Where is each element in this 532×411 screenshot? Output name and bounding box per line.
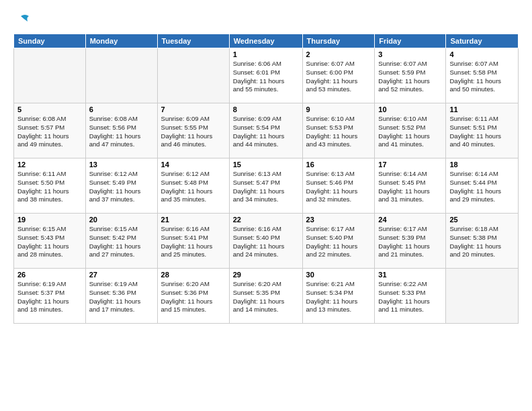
calendar-week-row: 12Sunrise: 6:11 AM Sunset: 5:50 PM Dayli… <box>14 158 519 214</box>
cell-info-text: Sunrise: 6:14 AM Sunset: 5:45 PM Dayligh… <box>378 170 442 204</box>
cell-day-number: 28 <box>161 271 226 279</box>
calendar-cell: 2Sunrise: 6:07 AM Sunset: 6:00 PM Daylig… <box>302 48 375 103</box>
cell-info-text: Sunrise: 6:20 AM Sunset: 5:36 PM Dayligh… <box>161 280 226 314</box>
weekday-header-thursday: Thursday <box>302 34 375 48</box>
calendar-cell: 24Sunrise: 6:17 AM Sunset: 5:39 PM Dayli… <box>375 214 446 269</box>
calendar-cell: 28Sunrise: 6:20 AM Sunset: 5:36 PM Dayli… <box>157 269 229 324</box>
cell-info-text: Sunrise: 6:12 AM Sunset: 5:49 PM Dayligh… <box>89 170 154 204</box>
logo <box>13 12 30 27</box>
calendar-cell <box>14 48 86 103</box>
calendar-cell: 14Sunrise: 6:12 AM Sunset: 5:48 PM Dayli… <box>157 158 229 214</box>
cell-info-text: Sunrise: 6:07 AM Sunset: 5:58 PM Dayligh… <box>449 60 515 94</box>
cell-info-text: Sunrise: 6:20 AM Sunset: 5:35 PM Dayligh… <box>233 280 299 314</box>
calendar-cell <box>85 48 157 103</box>
cell-info-text: Sunrise: 6:21 AM Sunset: 5:34 PM Dayligh… <box>306 280 371 314</box>
header <box>13 12 519 27</box>
cell-day-number: 21 <box>161 216 226 224</box>
cell-info-text: Sunrise: 6:15 AM Sunset: 5:42 PM Dayligh… <box>89 225 154 259</box>
cell-info-text: Sunrise: 6:14 AM Sunset: 5:44 PM Dayligh… <box>449 170 515 204</box>
cell-day-number: 16 <box>306 161 371 169</box>
cell-day-number: 17 <box>378 161 442 169</box>
cell-day-number: 30 <box>306 271 371 279</box>
cell-day-number: 11 <box>449 105 515 113</box>
cell-info-text: Sunrise: 6:18 AM Sunset: 5:38 PM Dayligh… <box>449 225 515 259</box>
cell-info-text: Sunrise: 6:09 AM Sunset: 5:55 PM Dayligh… <box>161 115 226 149</box>
calendar-cell: 18Sunrise: 6:14 AM Sunset: 5:44 PM Dayli… <box>446 158 519 214</box>
cell-info-text: Sunrise: 6:17 AM Sunset: 5:40 PM Dayligh… <box>306 225 371 259</box>
cell-day-number: 31 <box>378 271 442 279</box>
calendar-table: SundayMondayTuesdayWednesdayThursdayFrid… <box>13 34 519 324</box>
calendar-cell: 17Sunrise: 6:14 AM Sunset: 5:45 PM Dayli… <box>375 158 446 214</box>
calendar-week-row: 26Sunrise: 6:19 AM Sunset: 5:37 PM Dayli… <box>14 269 519 324</box>
cell-info-text: Sunrise: 6:19 AM Sunset: 5:37 PM Dayligh… <box>17 280 82 314</box>
logo-line1 <box>13 12 30 27</box>
calendar-cell: 19Sunrise: 6:15 AM Sunset: 5:43 PM Dayli… <box>14 214 86 269</box>
cell-day-number: 13 <box>89 161 154 169</box>
cell-day-number: 6 <box>89 105 154 113</box>
weekday-header-monday: Monday <box>85 34 157 48</box>
cell-day-number: 26 <box>17 271 82 279</box>
cell-day-number: 27 <box>89 271 154 279</box>
cell-info-text: Sunrise: 6:07 AM Sunset: 5:59 PM Dayligh… <box>378 60 442 94</box>
cell-day-number: 15 <box>233 161 299 169</box>
calendar-cell: 3Sunrise: 6:07 AM Sunset: 5:59 PM Daylig… <box>375 48 446 103</box>
calendar-week-row: 5Sunrise: 6:08 AM Sunset: 5:57 PM Daylig… <box>14 103 519 158</box>
calendar-cell: 21Sunrise: 6:16 AM Sunset: 5:41 PM Dayli… <box>157 214 229 269</box>
calendar-cell: 12Sunrise: 6:11 AM Sunset: 5:50 PM Dayli… <box>14 158 86 214</box>
calendar-cell: 30Sunrise: 6:21 AM Sunset: 5:34 PM Dayli… <box>302 269 375 324</box>
calendar-cell: 23Sunrise: 6:17 AM Sunset: 5:40 PM Dayli… <box>302 214 375 269</box>
logo-bird-icon <box>15 12 30 27</box>
cell-day-number: 18 <box>449 161 515 169</box>
cell-day-number: 8 <box>233 105 299 113</box>
cell-day-number: 25 <box>449 216 515 224</box>
calendar-cell: 5Sunrise: 6:08 AM Sunset: 5:57 PM Daylig… <box>14 103 86 158</box>
calendar-cell: 7Sunrise: 6:09 AM Sunset: 5:55 PM Daylig… <box>157 103 229 158</box>
cell-day-number: 9 <box>306 105 371 113</box>
cell-info-text: Sunrise: 6:16 AM Sunset: 5:40 PM Dayligh… <box>233 225 299 259</box>
cell-day-number: 14 <box>161 161 226 169</box>
cell-day-number: 10 <box>378 105 442 113</box>
calendar-cell: 29Sunrise: 6:20 AM Sunset: 5:35 PM Dayli… <box>229 269 302 324</box>
cell-info-text: Sunrise: 6:06 AM Sunset: 6:01 PM Dayligh… <box>233 60 299 94</box>
cell-day-number: 3 <box>378 50 442 58</box>
calendar-week-row: 19Sunrise: 6:15 AM Sunset: 5:43 PM Dayli… <box>14 214 519 269</box>
cell-info-text: Sunrise: 6:11 AM Sunset: 5:50 PM Dayligh… <box>17 170 82 204</box>
cell-info-text: Sunrise: 6:15 AM Sunset: 5:43 PM Dayligh… <box>17 225 82 259</box>
cell-day-number: 12 <box>17 161 82 169</box>
cell-info-text: Sunrise: 6:09 AM Sunset: 5:54 PM Dayligh… <box>233 115 299 149</box>
calendar-cell: 16Sunrise: 6:13 AM Sunset: 5:46 PM Dayli… <box>302 158 375 214</box>
calendar-cell: 8Sunrise: 6:09 AM Sunset: 5:54 PM Daylig… <box>229 103 302 158</box>
cell-info-text: Sunrise: 6:17 AM Sunset: 5:39 PM Dayligh… <box>378 225 442 259</box>
calendar-cell: 27Sunrise: 6:19 AM Sunset: 5:36 PM Dayli… <box>85 269 157 324</box>
calendar-cell: 15Sunrise: 6:13 AM Sunset: 5:47 PM Dayli… <box>229 158 302 214</box>
cell-day-number: 29 <box>233 271 299 279</box>
calendar-header: SundayMondayTuesdayWednesdayThursdayFrid… <box>14 34 519 48</box>
calendar-cell: 25Sunrise: 6:18 AM Sunset: 5:38 PM Dayli… <box>446 214 519 269</box>
weekday-header-row: SundayMondayTuesdayWednesdayThursdayFrid… <box>14 34 519 48</box>
calendar-cell: 26Sunrise: 6:19 AM Sunset: 5:37 PM Dayli… <box>14 269 86 324</box>
cell-info-text: Sunrise: 6:13 AM Sunset: 5:46 PM Dayligh… <box>306 170 371 204</box>
calendar-cell: 22Sunrise: 6:16 AM Sunset: 5:40 PM Dayli… <box>229 214 302 269</box>
weekday-header-sunday: Sunday <box>14 34 86 48</box>
cell-day-number: 7 <box>161 105 226 113</box>
calendar-cell <box>157 48 229 103</box>
cell-info-text: Sunrise: 6:10 AM Sunset: 5:53 PM Dayligh… <box>306 115 371 149</box>
weekday-header-friday: Friday <box>375 34 446 48</box>
cell-info-text: Sunrise: 6:10 AM Sunset: 5:52 PM Dayligh… <box>378 115 442 149</box>
cell-info-text: Sunrise: 6:16 AM Sunset: 5:41 PM Dayligh… <box>161 225 226 259</box>
calendar-body: 1Sunrise: 6:06 AM Sunset: 6:01 PM Daylig… <box>14 48 519 324</box>
cell-info-text: Sunrise: 6:22 AM Sunset: 5:33 PM Dayligh… <box>378 280 442 314</box>
weekday-header-wednesday: Wednesday <box>229 34 302 48</box>
calendar-cell: 11Sunrise: 6:11 AM Sunset: 5:51 PM Dayli… <box>446 103 519 158</box>
cell-day-number: 19 <box>17 216 82 224</box>
cell-day-number: 23 <box>306 216 371 224</box>
cell-info-text: Sunrise: 6:11 AM Sunset: 5:51 PM Dayligh… <box>449 115 515 149</box>
calendar-cell: 10Sunrise: 6:10 AM Sunset: 5:52 PM Dayli… <box>375 103 446 158</box>
cell-day-number: 2 <box>306 50 371 58</box>
calendar-cell: 1Sunrise: 6:06 AM Sunset: 6:01 PM Daylig… <box>229 48 302 103</box>
calendar-cell: 20Sunrise: 6:15 AM Sunset: 5:42 PM Dayli… <box>85 214 157 269</box>
cell-info-text: Sunrise: 6:07 AM Sunset: 6:00 PM Dayligh… <box>306 60 371 94</box>
calendar-week-row: 1Sunrise: 6:06 AM Sunset: 6:01 PM Daylig… <box>14 48 519 103</box>
calendar-cell: 6Sunrise: 6:08 AM Sunset: 5:56 PM Daylig… <box>85 103 157 158</box>
cell-day-number: 22 <box>233 216 299 224</box>
